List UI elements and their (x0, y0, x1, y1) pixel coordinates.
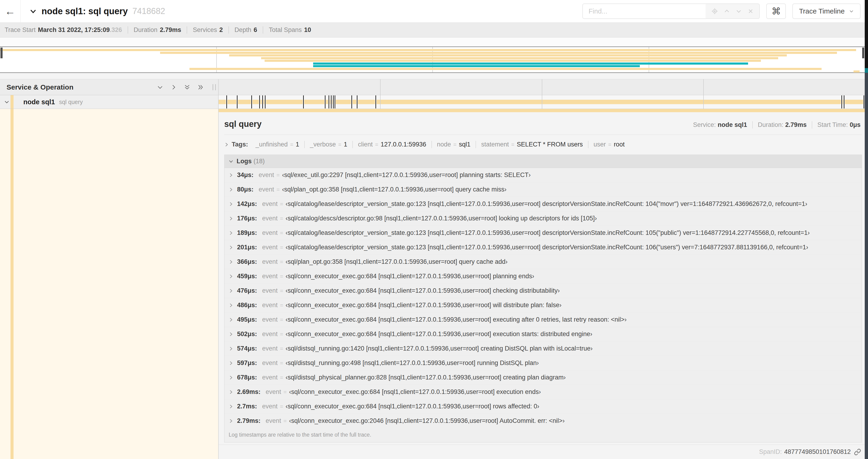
span-bar-cell[interactable] (219, 95, 865, 109)
chevron-right-icon[interactable] (229, 202, 233, 206)
log-marker[interactable] (333, 95, 334, 108)
log-marker[interactable] (303, 95, 304, 108)
log-row[interactable]: 189μs: event = ‹sql/catalog/lease/descri… (224, 226, 862, 240)
log-row[interactable]: 502μs: event = ‹sql/conn_executor_exec.g… (224, 327, 862, 341)
log-marker[interactable] (357, 95, 358, 108)
logs-label: Logs (237, 158, 252, 165)
log-timestamp: 2.79ms: (237, 417, 260, 424)
log-marker[interactable] (329, 95, 329, 108)
log-row[interactable]: 476μs: event = ‹sql/conn_executor_exec.g… (224, 283, 862, 298)
minimap-scrubber-right[interactable] (862, 47, 864, 58)
expand-all-double-chevron-right-icon[interactable] (197, 84, 204, 91)
chevron-right-icon[interactable] (229, 173, 233, 177)
log-timestamp: 34μs: (237, 171, 254, 179)
chevron-right-icon[interactable] (229, 375, 233, 380)
log-row[interactable]: 459μs: event = ‹sql/conn_executor_exec.g… (224, 269, 862, 283)
log-row[interactable]: 2.69ms: event = ‹sql/conn_executor_exec.… (224, 385, 862, 399)
chevron-right-icon[interactable] (229, 404, 233, 409)
chevron-right-icon[interactable] (229, 274, 233, 279)
span-detail-panel: sql query Service:node sql1Duration:2.79… (219, 109, 865, 459)
log-row[interactable]: 366μs: event = ‹sql/plan_opt.go:358 [nsq… (224, 255, 862, 269)
log-row[interactable]: 597μs: event = ‹sql/distsql_running.go:4… (224, 356, 862, 370)
tags-list: _unfinished=1_verbose=1client=127.0.0.1:… (250, 141, 630, 148)
log-field-key: event (262, 374, 278, 381)
span-row[interactable]: node sql1 sql query (0, 95, 865, 109)
span-name-cell[interactable]: node sql1 sql query (0, 95, 219, 109)
search-input[interactable] (583, 4, 706, 19)
log-marker[interactable] (841, 95, 842, 108)
collapse-one-chevron-down-icon[interactable] (157, 84, 163, 91)
log-marker[interactable] (331, 95, 332, 108)
log-row[interactable]: 142μs: event = ‹sql/catalog/lease/descri… (224, 197, 862, 211)
minimap-scrubber-left[interactable] (0, 47, 3, 58)
chevron-right-icon[interactable] (229, 303, 233, 308)
chevron-right-icon[interactable] (229, 346, 233, 351)
equals-sign: = (280, 288, 283, 294)
chevron-right-icon[interactable] (229, 289, 233, 293)
keyboard-shortcuts-button[interactable]: ⌘ (766, 3, 786, 19)
log-marker[interactable] (375, 95, 376, 108)
collapse-trace-chevron-icon[interactable] (29, 7, 37, 15)
log-message: ‹sql/distsql_running.go:1420 [nsql1,clie… (286, 345, 593, 352)
log-marker[interactable] (251, 95, 252, 108)
chevron-right-icon[interactable] (229, 361, 233, 365)
chevron-right-icon[interactable] (229, 187, 233, 192)
chevron-right-icon[interactable] (229, 332, 233, 336)
span-detail-title: sql query (224, 119, 261, 129)
column-resizer-grip[interactable] (213, 84, 216, 90)
log-field-key: event (262, 403, 278, 410)
back-button[interactable]: ← (0, 0, 21, 22)
log-marker[interactable] (237, 95, 238, 108)
collapse-children-chevron-down-icon[interactable] (4, 99, 10, 105)
log-row[interactable]: 201μs: event = ‹sql/catalog/lease/descri… (224, 240, 862, 255)
chevron-right-icon[interactable] (224, 142, 229, 147)
next-result-chevron-down-icon[interactable] (736, 8, 742, 14)
log-row[interactable]: 678μs: event = ‹sql/distsql_physical_pla… (224, 370, 862, 385)
locate-icon[interactable] (711, 8, 718, 15)
back-arrow-icon: ← (5, 5, 16, 18)
prev-result-chevron-up-icon[interactable] (723, 8, 730, 14)
log-marker[interactable] (351, 95, 352, 108)
chevron-right-icon[interactable] (229, 245, 233, 250)
span-detail-meta: Service:node sql1Duration:2.79msStart Ti… (688, 121, 862, 129)
log-marker[interactable] (265, 95, 266, 108)
log-row[interactable]: 574μs: event = ‹sql/distsql_running.go:1… (224, 341, 862, 356)
log-marker[interactable] (226, 95, 227, 108)
logs-header[interactable]: Logs (18) (224, 155, 862, 168)
log-marker[interactable] (262, 95, 263, 108)
collapse-all-double-chevron-down-icon[interactable] (184, 84, 191, 91)
log-marker[interactable] (325, 95, 326, 108)
chevron-right-icon[interactable] (229, 260, 233, 264)
log-marker[interactable] (844, 95, 844, 108)
trace-view-select[interactable]: Trace Timeline (793, 3, 861, 19)
log-message: ‹sql/conn_executor_exec.go:684 [nsql1,cl… (286, 273, 534, 280)
clear-search-icon[interactable] (747, 8, 754, 14)
log-row[interactable]: 2.79ms: event = ‹sql/conn_executor_exec.… (224, 414, 862, 428)
log-row[interactable]: 495μs: event = ‹sql/conn_executor_exec.g… (224, 312, 862, 327)
equals-sign: = (280, 317, 283, 323)
log-message: ‹sql/catalog/lease/descriptor_version_st… (286, 229, 810, 236)
chevron-right-icon[interactable] (229, 216, 233, 221)
chevron-right-icon[interactable] (229, 231, 233, 235)
log-row[interactable]: 486μs: event = ‹sql/conn_executor_exec.g… (224, 298, 862, 312)
log-marker[interactable] (259, 95, 260, 108)
expand-one-chevron-right-icon[interactable] (170, 84, 177, 91)
tags-row[interactable]: Tags: _unfinished=1_verbose=1client=127.… (224, 141, 862, 148)
page-title: node sql1: sql query (41, 6, 128, 16)
minimap-span-bar (189, 68, 822, 70)
chevron-right-icon[interactable] (229, 390, 233, 394)
log-row[interactable]: 80μs: event = ‹sql/plan_opt.go:358 [nsql… (224, 182, 862, 197)
equals-sign: = (277, 186, 280, 193)
log-row[interactable]: 34μs: event = ‹sql/exec_util.go:2297 [ns… (224, 168, 862, 182)
chevron-right-icon[interactable] (229, 318, 233, 322)
log-marker[interactable] (864, 95, 864, 108)
log-row[interactable]: 2.7ms: event = ‹sql/conn_executor_exec.g… (224, 399, 862, 414)
chevron-right-icon[interactable] (229, 419, 233, 423)
chevron-down-icon[interactable] (229, 159, 233, 164)
link-icon[interactable] (854, 449, 861, 456)
minimap-canvas[interactable] (0, 46, 865, 73)
log-marker[interactable] (335, 95, 335, 108)
equals-sign: = (277, 172, 280, 178)
log-row[interactable]: 176μs: event = ‹sql/catalog/descs/descri… (224, 211, 862, 226)
equals-sign: = (511, 141, 515, 148)
